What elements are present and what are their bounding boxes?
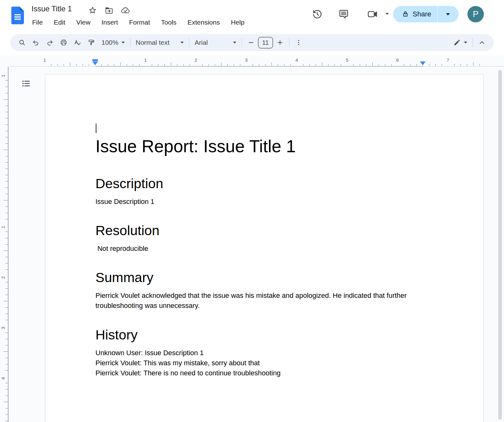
ruler-tick — [379, 64, 379, 66]
move-folder-icon[interactable] — [104, 6, 114, 15]
ruler-tick — [5, 131, 8, 131]
ruler-tick — [322, 62, 322, 66]
menu-extensions[interactable]: Extensions — [184, 17, 224, 27]
zoom-control[interactable]: 100% — [98, 36, 128, 49]
star-icon[interactable] — [88, 6, 97, 15]
ruler-tick — [479, 64, 480, 66]
paragraph-style-control[interactable]: Normal text — [133, 36, 187, 49]
ruler-tick — [3, 351, 8, 352]
toolbar-divider — [289, 38, 289, 47]
ruler-tick — [5, 358, 8, 358]
spelling-check-button[interactable] — [71, 36, 84, 49]
ruler-tick — [461, 64, 461, 66]
menu-file[interactable]: File — [28, 17, 47, 27]
ruler-tick — [328, 64, 329, 66]
ruler-number: 1 — [144, 57, 147, 63]
horizontal-ruler[interactable]: 11234567 — [0, 57, 504, 67]
ruler-tick — [259, 64, 259, 66]
search-menus-button[interactable] — [15, 36, 29, 49]
menu-tools[interactable]: Tools — [157, 17, 180, 27]
left-indent-marker[interactable] — [92, 61, 98, 65]
ruler-tick — [5, 263, 8, 263]
comment-icon[interactable] — [337, 8, 350, 21]
ruler-tick — [5, 219, 8, 219]
ruler-tick — [177, 64, 177, 66]
ruler-tick — [391, 64, 392, 66]
ruler-tick — [385, 64, 385, 66]
share-dropdown[interactable] — [438, 13, 459, 15]
google-docs-logo[interactable] — [11, 7, 24, 24]
ruler-number: 7 — [447, 57, 449, 63]
document-heading-title[interactable]: Issue Report: Issue Title 1 — [95, 136, 296, 156]
undo-button[interactable] — [29, 36, 43, 49]
meet-dropdown-caret[interactable] — [386, 13, 389, 15]
ruler-tick — [5, 137, 8, 137]
menu-view[interactable]: View — [72, 17, 94, 27]
ruler-number: 2 — [195, 57, 197, 63]
toolbar-divider — [472, 38, 473, 47]
vertical-scrollbar[interactable] — [498, 70, 502, 420]
document-title[interactable]: Issue Title 1 — [32, 4, 72, 13]
ruler-tick — [5, 389, 8, 390]
ruler-tick — [429, 64, 429, 66]
menu-format[interactable]: Format — [125, 17, 154, 27]
menu-help[interactable]: Help — [227, 17, 248, 27]
ruler-tick — [5, 396, 8, 396]
ruler-tick — [5, 162, 8, 163]
section-body-history[interactable]: Unknown User: Issue Description 1 Pierri… — [95, 348, 281, 378]
ruler-tick — [5, 320, 8, 320]
paragraph-style-value: Normal text — [136, 39, 169, 46]
ruler-tick — [454, 64, 455, 66]
section-heading-description[interactable]: Description — [95, 175, 163, 192]
section-body-resolution[interactable]: Not reproducible — [95, 244, 148, 254]
ruler-tick — [202, 64, 203, 66]
ruler-tick — [70, 62, 70, 66]
ruler-tick — [5, 345, 8, 345]
vertical-ruler[interactable]: 112345 — [0, 67, 9, 422]
section-heading-history[interactable]: History — [95, 327, 138, 343]
print-button[interactable] — [57, 36, 71, 49]
ruler-tick — [416, 64, 417, 66]
first-line-indent-marker[interactable] — [92, 59, 98, 61]
ruler-tick — [5, 339, 8, 339]
ruler-tick — [164, 64, 165, 66]
ruler-tick — [5, 93, 8, 93]
more-options-button[interactable] — [292, 36, 306, 49]
hide-menus-button[interactable] — [475, 36, 489, 49]
paint-format-button[interactable] — [84, 36, 98, 49]
ruler-tick — [5, 307, 8, 308]
editing-mode-caret — [464, 42, 467, 43]
ruler-tick — [133, 64, 133, 66]
ruler-tick — [5, 282, 8, 282]
ruler-tick — [221, 62, 221, 66]
ruler-tick — [284, 64, 284, 66]
share-button[interactable]: Share — [393, 6, 459, 22]
section-body-description[interactable]: Issue Description 1 — [95, 197, 154, 207]
font-size-input[interactable]: 11 — [258, 37, 273, 49]
section-body-summary[interactable]: Pierrick Voulet acknowledged that the is… — [95, 291, 428, 311]
account-avatar[interactable]: P — [467, 6, 484, 22]
menu-insert[interactable]: Insert — [98, 17, 122, 27]
ruler-tick — [5, 112, 8, 112]
meet-video-icon[interactable] — [366, 8, 379, 21]
decrease-font-size-button[interactable] — [244, 36, 258, 49]
ruler-tick — [366, 64, 366, 66]
ruler-tick — [5, 288, 8, 289]
increase-font-size-button[interactable] — [273, 36, 287, 49]
editing-mode-control[interactable] — [450, 36, 470, 49]
ruler-tick — [5, 169, 8, 169]
zoom-value: 100% — [101, 39, 118, 46]
document-page[interactable]: Issue Report: Issue Title 1 Description … — [45, 74, 484, 422]
ruler-tick — [372, 62, 373, 66]
section-heading-summary[interactable]: Summary — [95, 269, 153, 286]
redo-button[interactable] — [43, 36, 57, 49]
document-outline-icon[interactable] — [20, 77, 33, 90]
menu-edit[interactable]: Edit — [50, 17, 69, 27]
ruler-tick — [404, 64, 404, 66]
ruler-tick — [5, 332, 8, 333]
ruler-tick — [101, 64, 102, 66]
version-history-icon[interactable] — [311, 8, 324, 21]
section-heading-resolution[interactable]: Resolution — [95, 222, 159, 239]
font-family-control[interactable]: Arial — [192, 36, 239, 49]
cloud-saved-icon[interactable] — [121, 6, 130, 15]
